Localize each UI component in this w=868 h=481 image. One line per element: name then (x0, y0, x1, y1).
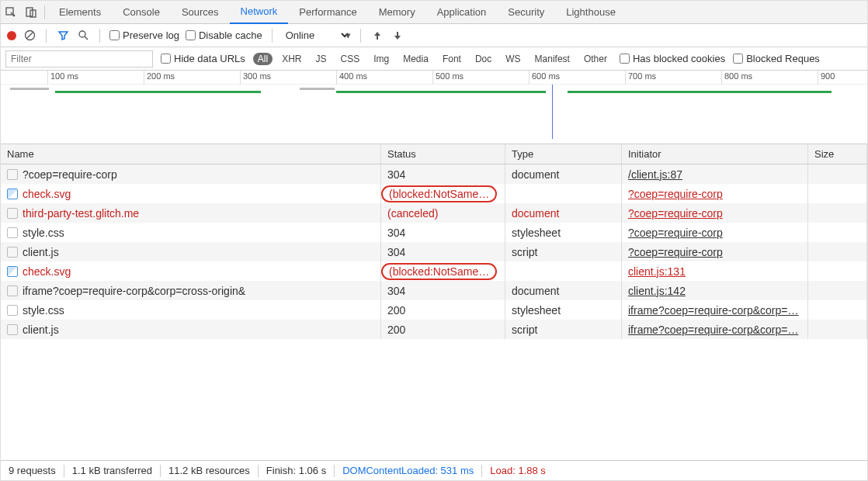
timeline-overview[interactable]: 100 ms200 ms300 ms400 ms500 ms600 ms700 … (1, 71, 867, 144)
download-har-icon[interactable] (391, 29, 404, 43)
filter-type-ws[interactable]: WS (501, 53, 525, 65)
cell-status: (blocked:NotSame… (381, 184, 505, 203)
cell-initiator: ?coep=require-corp (622, 242, 808, 261)
blocked-requests-checkbox[interactable]: Blocked Reques (733, 53, 820, 64)
table-row[interactable]: style.css304stylesheet?coep=require-corp (1, 223, 867, 242)
transferred-size: 1.1 kB transferred (72, 465, 152, 476)
cell-status: 304 (381, 223, 505, 242)
initiator-link[interactable]: /client.js:87 (628, 168, 682, 181)
load-time: Load: 1.88 s (490, 465, 546, 476)
request-name: ?coep=require-corp (23, 168, 117, 181)
cell-type (505, 184, 622, 203)
status-blocked-highlight: (blocked:NotSame… (381, 263, 497, 280)
initiator-link[interactable]: iframe?coep=require-corp&corp=… (628, 324, 798, 336)
initiator-link[interactable]: client.js:131 (628, 265, 686, 278)
request-name: client.js (23, 246, 59, 258)
col-status[interactable]: Status (381, 144, 505, 164)
hide-data-urls-checkbox[interactable]: Hide data URLs (161, 53, 245, 64)
request-name: style.css (23, 304, 64, 317)
table-row[interactable]: check.svg(blocked:NotSame…client.js:131 (1, 261, 867, 281)
device-toggle-icon[interactable] (21, 1, 41, 24)
table-row[interactable]: check.svg(blocked:NotSame…?coep=require-… (1, 184, 867, 203)
table-header: Name Status Type Initiator Size (1, 144, 867, 164)
search-icon[interactable] (76, 29, 90, 43)
tab-security[interactable]: Security (497, 1, 555, 24)
tab-application[interactable]: Application (426, 1, 498, 24)
cell-type: document (505, 281, 622, 300)
filter-type-media[interactable]: Media (398, 53, 433, 65)
cell-name: ?coep=require-corp (1, 164, 381, 184)
inspect-icon[interactable] (1, 1, 21, 24)
status-bar: 9 requests 1.1 kB transferred 11.2 kB re… (1, 460, 867, 480)
devtools-tabs: ElementsConsoleSourcesNetworkPerformance… (1, 1, 867, 24)
requests-count: 9 requests (9, 465, 56, 476)
tab-console[interactable]: Console (112, 1, 171, 24)
table-row[interactable]: iframe?coep=require-corp&corp=cross-orig… (1, 281, 867, 300)
tab-performance[interactable]: Performance (288, 1, 367, 24)
filter-input[interactable] (5, 50, 153, 67)
document-file-icon (7, 305, 18, 316)
initiator-link[interactable]: ?coep=require-corp (628, 188, 723, 200)
has-blocked-cookies-checkbox[interactable]: Has blocked cookies (620, 53, 725, 64)
cell-size (808, 281, 867, 300)
timeline-tick: 500 ms (432, 71, 464, 85)
tab-memory[interactable]: Memory (368, 1, 426, 24)
col-type[interactable]: Type (505, 144, 622, 164)
filter-icon[interactable] (56, 29, 70, 43)
timeline-tick: 100 ms (47, 71, 78, 85)
cell-size (808, 261, 867, 281)
filter-bar: Hide data URLs AllXHRJSCSSImgMediaFontDo… (1, 47, 867, 71)
filter-type-doc[interactable]: Doc (470, 53, 496, 65)
separator (272, 29, 273, 43)
table-row[interactable]: client.js304script?coep=require-corp (1, 242, 867, 261)
filter-type-img[interactable]: Img (369, 53, 394, 65)
col-size[interactable]: Size (808, 144, 867, 164)
tab-network[interactable]: Network (230, 1, 289, 24)
cell-initiator: client.js:131 (622, 261, 808, 281)
initiator-link[interactable]: ?coep=require-corp (628, 227, 723, 239)
cell-status: 200 (381, 320, 505, 339)
table-row[interactable]: client.js200scriptiframe?coep=require-co… (1, 320, 867, 339)
filter-type-js[interactable]: JS (311, 53, 331, 65)
record-button[interactable] (7, 31, 16, 40)
preserve-log-checkbox[interactable]: Preserve log (109, 29, 179, 41)
network-toolbar: Preserve log Disable cache Online ▾ (1, 24, 867, 47)
col-name[interactable]: Name (1, 144, 381, 164)
filter-type-xhr[interactable]: XHR (277, 53, 306, 65)
tab-lighthouse[interactable]: Lighthouse (555, 1, 627, 24)
finish-time: Finish: 1.06 s (266, 465, 326, 476)
request-name: check.svg (23, 265, 71, 278)
timeline-tick: 800 ms (721, 71, 752, 85)
initiator-link[interactable]: client.js:142 (628, 285, 686, 297)
initiator-link[interactable]: iframe?coep=require-corp&corp=… (628, 304, 798, 317)
filter-type-css[interactable]: CSS (335, 53, 364, 65)
tab-sources[interactable]: Sources (171, 1, 230, 24)
cell-initiator: iframe?coep=require-corp&corp=… (622, 300, 808, 320)
cell-type: stylesheet (505, 223, 622, 242)
initiator-link[interactable]: ?coep=require-corp (628, 207, 723, 220)
cell-type: script (505, 242, 622, 261)
throttling-select[interactable]: Online (282, 28, 352, 43)
disable-cache-checkbox[interactable]: Disable cache (186, 29, 262, 41)
filter-type-other[interactable]: Other (579, 53, 612, 65)
document-file-icon (7, 208, 18, 219)
request-table: Name Status Type Initiator Size ?coep=re… (1, 144, 867, 460)
cell-size (808, 164, 867, 184)
tab-elements[interactable]: Elements (48, 1, 112, 24)
table-row[interactable]: ?coep=require-corp304document/client.js:… (1, 164, 867, 184)
table-row[interactable]: third-party-test.glitch.me(canceled)docu… (1, 203, 867, 223)
col-initiator[interactable]: Initiator (622, 144, 808, 164)
cell-name: third-party-test.glitch.me (1, 203, 381, 223)
cell-size (808, 223, 867, 242)
table-row[interactable]: style.css200stylesheetiframe?coep=requir… (1, 300, 867, 320)
filter-type-all[interactable]: All (253, 53, 273, 65)
filter-type-font[interactable]: Font (438, 53, 466, 65)
timeline-tick: 200 ms (144, 71, 175, 85)
filter-type-manifest[interactable]: Manifest (530, 53, 575, 65)
request-name: iframe?coep=require-corp&corp=cross-orig… (23, 285, 245, 297)
initiator-link[interactable]: ?coep=require-corp (628, 246, 723, 258)
document-file-icon (7, 285, 18, 296)
upload-har-icon[interactable] (370, 29, 384, 43)
svg-rect-1 (26, 8, 33, 16)
clear-icon[interactable] (23, 29, 36, 43)
